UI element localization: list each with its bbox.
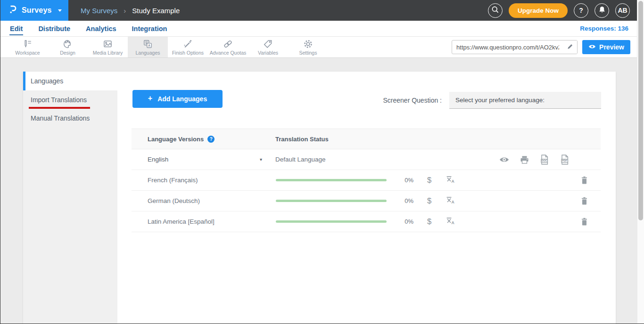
help-tooltip-icon[interactable]: ? bbox=[207, 136, 215, 143]
toolbar-item-settings[interactable]: Settings bbox=[288, 37, 328, 57]
content-area: Languages Import Translations Manual Tra… bbox=[0, 58, 644, 324]
edit-toolbar: Workspace Design Media Library A Languag… bbox=[0, 37, 644, 58]
survey-url-input[interactable] bbox=[452, 44, 563, 51]
default-language-status: Default Language bbox=[275, 156, 326, 163]
table-header-row: Language Versions ? Translation Status bbox=[132, 129, 601, 149]
plus-icon: + bbox=[148, 94, 152, 103]
screener-question-group: Screener Question : Select your preferre… bbox=[383, 92, 601, 109]
translation-status-cell: 0% $ A bbox=[275, 196, 455, 206]
delete-language-button[interactable] bbox=[581, 218, 588, 226]
breadcrumb-separator: › bbox=[124, 7, 126, 15]
toolbar-item-design[interactable]: Design bbox=[48, 37, 88, 57]
toolbar-item-media-library[interactable]: Media Library bbox=[88, 37, 128, 57]
sidebar-item-languages[interactable]: Languages bbox=[23, 72, 117, 90]
advance-quotas-icon bbox=[223, 39, 233, 49]
translation-percent: 0% bbox=[398, 197, 413, 204]
help-button[interactable]: ? bbox=[574, 3, 588, 18]
sidebar-subitems: Import Translations Manual Translations bbox=[23, 90, 117, 324]
tab-integration[interactable]: Integration bbox=[132, 22, 168, 35]
eye-icon bbox=[588, 43, 596, 51]
red-annotation-underline bbox=[29, 107, 90, 109]
upgrade-now-button[interactable]: Upgrade Now bbox=[509, 3, 568, 18]
view-eye-icon[interactable] bbox=[499, 156, 509, 163]
trash-icon bbox=[581, 197, 588, 205]
language-row-german: German (Deutsch) 0% $ A bbox=[132, 191, 601, 211]
tab-distribute[interactable]: Distribute bbox=[38, 22, 71, 35]
breadcrumb: My Surveys › Study Example bbox=[81, 7, 180, 15]
screener-question-select[interactable]: Select your preferred language: bbox=[449, 92, 601, 109]
svg-text:A: A bbox=[148, 44, 150, 47]
trash-icon bbox=[581, 176, 588, 184]
scrollbar-thumb[interactable] bbox=[638, 1, 643, 220]
trash-icon bbox=[581, 218, 588, 226]
survey-url-field bbox=[452, 40, 578, 54]
toolbar-item-languages[interactable]: A Languages bbox=[128, 37, 168, 57]
language-versions-table: Language Versions ? Translation Status E… bbox=[132, 129, 601, 232]
settings-gear-icon bbox=[303, 39, 313, 49]
delete-language-button[interactable] bbox=[581, 197, 588, 205]
translation-percent: 0% bbox=[398, 218, 413, 225]
add-languages-button[interactable]: + Add Languages bbox=[132, 90, 223, 108]
breadcrumb-current-survey: Study Example bbox=[132, 7, 180, 15]
translation-progress-bar bbox=[276, 200, 387, 202]
export-pdf-icon[interactable]: PDF bbox=[560, 154, 570, 165]
media-library-icon bbox=[103, 39, 113, 49]
translation-status-cell: 0% $ A bbox=[275, 175, 455, 186]
edit-url-button[interactable] bbox=[563, 40, 577, 54]
toolbar-item-variables[interactable]: Variables bbox=[248, 37, 288, 57]
search-icon bbox=[491, 6, 499, 15]
languages-main-panel: + Add Languages Screener Question : Sele… bbox=[117, 72, 616, 324]
user-avatar[interactable]: AB bbox=[615, 3, 630, 18]
delete-language-button[interactable] bbox=[581, 176, 588, 184]
top-actions: Upgrade Now ? AB bbox=[488, 3, 644, 18]
default-language-row: English ▾ Default Language bbox=[132, 149, 601, 170]
page-scrollbar[interactable] bbox=[637, 0, 644, 324]
finish-options-icon bbox=[183, 39, 193, 49]
svg-text:A: A bbox=[452, 220, 454, 225]
translation-status-cell: 0% $ A bbox=[275, 217, 455, 227]
toolbar-item-advance-quotas[interactable]: Advance Quotas bbox=[208, 37, 248, 57]
paid-translation-icon[interactable]: $ bbox=[427, 196, 431, 205]
screener-question-label: Screener Question : bbox=[383, 97, 442, 104]
translate-icon[interactable]: A bbox=[446, 175, 455, 186]
print-icon[interactable] bbox=[520, 155, 529, 164]
preview-button[interactable]: Preview bbox=[582, 40, 630, 54]
svg-text:PDF: PDF bbox=[562, 159, 568, 162]
search-button[interactable] bbox=[488, 3, 503, 18]
export-doc-icon[interactable]: DOC bbox=[540, 154, 549, 165]
translation-progress-bar bbox=[276, 179, 387, 181]
language-name: German (Deutsch) bbox=[148, 197, 200, 204]
translate-icon[interactable]: A bbox=[446, 217, 455, 227]
translation-percent: 0% bbox=[398, 177, 413, 184]
tab-analytics[interactable]: Analytics bbox=[85, 22, 116, 35]
language-name: French (Français) bbox=[148, 177, 198, 184]
languages-icon: A bbox=[143, 39, 153, 49]
bell-icon bbox=[598, 6, 606, 15]
paid-translation-icon[interactable]: $ bbox=[427, 217, 431, 226]
sidebar-item-manual-translations[interactable]: Manual Translations bbox=[23, 110, 117, 128]
language-row-spanish: Latin America [Español] 0% $ A bbox=[132, 211, 601, 232]
active-indicator bbox=[23, 72, 25, 90]
translate-icon[interactable]: A bbox=[446, 196, 455, 206]
sidebar-item-import-translations[interactable]: Import Translations bbox=[23, 91, 117, 110]
default-language-select[interactable]: English ▾ bbox=[132, 156, 275, 163]
responses-count-link[interactable]: Responses: 136 bbox=[580, 25, 644, 32]
toolbar-item-workspace[interactable]: Workspace bbox=[8, 37, 48, 57]
pencil-icon bbox=[567, 43, 574, 51]
languages-sidebar: Languages Import Translations Manual Tra… bbox=[23, 72, 117, 324]
svg-text:DOC: DOC bbox=[541, 159, 547, 162]
workspace-icon bbox=[23, 39, 33, 49]
notifications-button[interactable] bbox=[594, 3, 609, 18]
toolbar-item-finish-options[interactable]: Finish Options bbox=[168, 37, 208, 57]
svg-text:A: A bbox=[452, 200, 454, 204]
dropdown-caret-icon: ▾ bbox=[260, 157, 262, 162]
paid-translation-icon[interactable]: $ bbox=[427, 176, 431, 185]
tab-edit[interactable]: Edit bbox=[9, 22, 23, 35]
column-translation-status: Translation Status bbox=[275, 136, 329, 143]
app-window: Surveys My Surveys › Study Example Upgra… bbox=[0, 0, 644, 324]
breadcrumb-my-surveys[interactable]: My Surveys bbox=[81, 7, 117, 15]
survey-section-nav: Edit Distribute Analytics Integration Re… bbox=[0, 21, 644, 37]
surveys-product-menu[interactable]: Surveys bbox=[0, 0, 68, 21]
product-name: Surveys bbox=[22, 6, 52, 15]
questionpro-logo-icon bbox=[8, 5, 17, 16]
